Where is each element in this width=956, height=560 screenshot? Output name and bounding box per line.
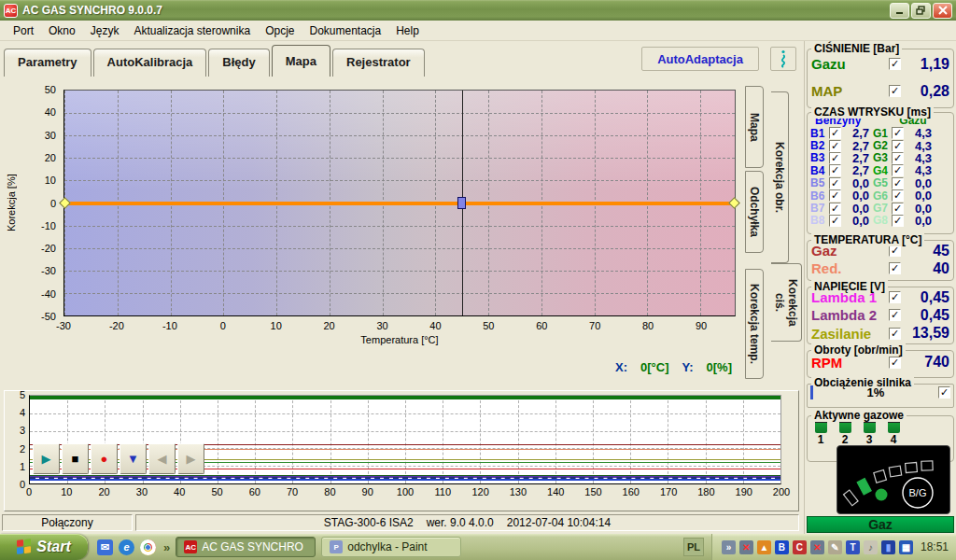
red-checkbox[interactable]: ✓ xyxy=(889,262,901,274)
connection-status-button[interactable] xyxy=(770,47,796,71)
side-tab-odchy-ka[interactable]: Odchyłka xyxy=(745,171,764,253)
menu-j-zyk[interactable]: Język xyxy=(83,22,127,39)
b7-checkbox[interactable]: ✓ xyxy=(829,203,841,215)
start-button[interactable]: Start xyxy=(0,534,88,560)
step-back-button[interactable]: ◀ xyxy=(148,443,176,474)
restore-button[interactable] xyxy=(911,3,931,19)
tab-b-dy[interactable]: Błędy xyxy=(208,49,269,77)
b6-checkbox[interactable]: ✓ xyxy=(829,189,841,202)
tab-rejestrator[interactable]: Rejestrator xyxy=(332,49,425,77)
map-checkbox[interactable]: ✓ xyxy=(889,85,901,97)
gas-channel-label: G6 xyxy=(873,189,892,203)
b8-checkbox[interactable]: ✓ xyxy=(829,215,841,227)
g2-checkbox[interactable]: ✓ xyxy=(892,140,904,152)
app-icon: AC xyxy=(4,4,18,18)
network-activity-icon[interactable]: » xyxy=(722,540,736,554)
fuel-type-bar[interactable]: Gaz xyxy=(807,516,954,533)
stop-button[interactable]: ■ xyxy=(62,443,89,474)
b3-checkbox[interactable]: ✓ xyxy=(829,152,841,164)
pressure-row-gazu: Gazu✓1,19 xyxy=(808,51,953,77)
side-tab-korekcja-obr[interactable]: Korekcja obr. xyxy=(771,91,789,263)
menu-aktualizacja-sterownika[interactable]: Aktualizacja sterownika xyxy=(126,22,258,39)
title-bar: AC AC GAS SYNCHRO 9.0.0.7 xyxy=(0,0,956,21)
x-tick-label: 60 xyxy=(249,486,260,497)
connection-status: Połączony xyxy=(2,514,133,531)
gridline xyxy=(630,396,631,483)
text-service-icon[interactable]: T xyxy=(846,540,860,554)
b5-checkbox[interactable]: ✓ xyxy=(829,177,841,189)
line-endpoint-right[interactable] xyxy=(728,197,740,209)
b4-checkbox[interactable]: ✓ xyxy=(829,164,841,176)
tab-autokalibracja[interactable]: AutoKalibracja xyxy=(93,49,207,77)
y-tick-label: 20 xyxy=(45,152,56,163)
menu-dokumentacja[interactable]: Dokumentacja xyxy=(302,22,388,39)
step-forward-button[interactable]: ▶ xyxy=(177,443,204,474)
x-tick-label: 200 xyxy=(773,486,790,497)
gas-channel-label: G4 xyxy=(873,164,892,177)
task-button-ac-gas-synchro[interactable]: ACAC GAS SYNCHRO xyxy=(176,537,316,557)
record-button[interactable]: ● xyxy=(91,443,118,474)
g6-checkbox[interactable]: ✓ xyxy=(892,189,904,202)
device-offline-icon[interactable]: ✕ xyxy=(739,540,753,554)
g7-checkbox[interactable]: ✓ xyxy=(892,203,904,215)
g1-checkbox[interactable]: ✓ xyxy=(892,127,904,139)
chrome-icon[interactable] xyxy=(140,539,156,555)
menu-okno[interactable]: Okno xyxy=(41,22,83,39)
b1-checkbox[interactable]: ✓ xyxy=(829,127,841,139)
b2-checkbox[interactable]: ✓ xyxy=(829,140,841,152)
lambda-1-checkbox[interactable]: ✓ xyxy=(889,291,901,303)
injection-row-b8: B8✓0,0G8✓0,0 xyxy=(808,215,953,227)
clock[interactable]: 18:51 xyxy=(921,540,949,553)
autoadaptacja-button[interactable]: AutoAdaptacja xyxy=(641,47,759,71)
side-tab-korekcja-ci[interactable]: Korekcja ciś. xyxy=(771,263,802,342)
lambda-2-checkbox[interactable]: ✓ xyxy=(889,309,901,321)
volume-icon[interactable]: ♪ xyxy=(864,540,878,554)
line-endpoint-left[interactable] xyxy=(59,197,71,209)
menu-opcje[interactable]: Opcje xyxy=(258,22,302,39)
antivirus-icon[interactable]: C xyxy=(793,540,807,554)
correction-line[interactable] xyxy=(64,202,735,205)
x-tick-label: 10 xyxy=(61,486,72,497)
map-plot[interactable] xyxy=(63,90,736,316)
g4-checkbox[interactable]: ✓ xyxy=(892,164,904,176)
messenger-icon[interactable]: ✉ xyxy=(97,539,113,555)
quick-launch-overflow[interactable]: » xyxy=(163,540,170,554)
tab-mapa[interactable]: Mapa xyxy=(272,45,330,77)
updater-icon[interactable]: ▲ xyxy=(757,540,771,554)
trace-blue xyxy=(30,479,780,481)
side-tab-mapa[interactable]: Mapa xyxy=(745,86,764,168)
gazu-checkbox[interactable]: ✓ xyxy=(889,58,901,70)
menu-port[interactable]: Port xyxy=(6,22,41,39)
gridline xyxy=(64,135,735,136)
y-tick-label: -50 xyxy=(41,311,56,322)
task-button-odchylka-paint[interactable]: Podchylka - Paint xyxy=(321,537,461,557)
tab-parametry[interactable]: Parametry xyxy=(4,49,91,77)
gridline xyxy=(555,396,556,483)
load-checkbox[interactable]: ✓ xyxy=(938,386,950,399)
battery-icon[interactable]: ▮ xyxy=(881,540,895,554)
scheduler-icon[interactable]: ▦ xyxy=(899,540,913,554)
close-button[interactable] xyxy=(933,3,952,19)
play-button[interactable]: ▶ xyxy=(33,443,60,474)
marker-down-button[interactable]: ▼ xyxy=(120,443,147,474)
gas-injector-3: 3 xyxy=(862,418,877,446)
rpm-checkbox[interactable]: ✓ xyxy=(889,357,901,369)
g8-checkbox[interactable]: ✓ xyxy=(892,215,904,227)
zasilanie-checkbox[interactable]: ✓ xyxy=(889,328,901,340)
device-offline2-icon[interactable]: ✕ xyxy=(810,540,824,554)
language-indicator[interactable]: PL xyxy=(683,538,704,556)
device-name: STAG-300-6 ISA2 xyxy=(324,516,414,529)
selected-point-marker[interactable] xyxy=(457,197,466,209)
minimize-button[interactable] xyxy=(890,3,909,19)
g5-checkbox[interactable]: ✓ xyxy=(892,177,904,189)
menu-help[interactable]: Help xyxy=(388,22,427,39)
internet-explorer-icon[interactable]: e xyxy=(119,539,134,555)
g3-checkbox[interactable]: ✓ xyxy=(892,152,904,164)
main-tabs: ParametryAutoKalibracjaBłędyMapaRejestra… xyxy=(4,45,427,77)
gas-channel-label: G1 xyxy=(873,127,892,140)
x-tick-label: 110 xyxy=(435,486,452,497)
y-tick-label: 5 xyxy=(20,389,25,400)
side-tab-korekcja-temp[interactable]: Korekcja temp. xyxy=(745,269,764,379)
pen-input-icon[interactable]: ✎ xyxy=(828,540,842,554)
bluetooth-icon[interactable]: B xyxy=(775,540,789,554)
